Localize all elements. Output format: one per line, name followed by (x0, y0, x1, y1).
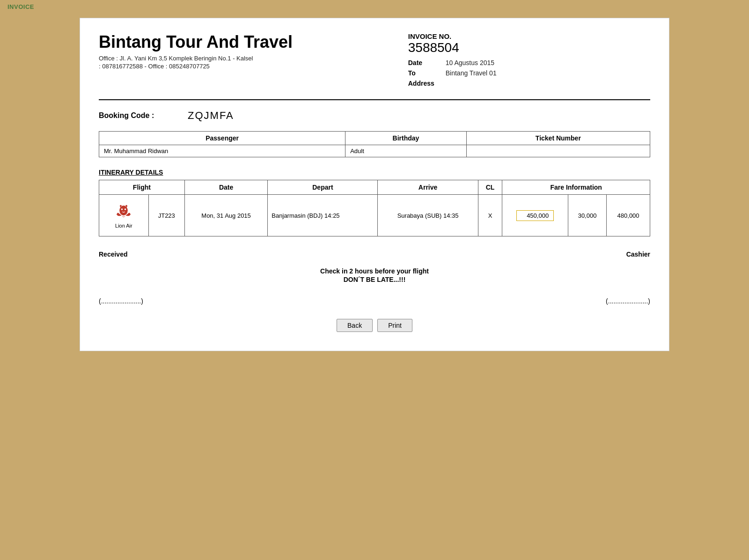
company-name: Bintang Tour And Travel (99, 32, 389, 52)
fare-col-header: Fare Information (502, 180, 650, 195)
signature-left: (......................) (99, 297, 143, 305)
airline-brand: Lion Air (103, 199, 145, 232)
flight-depart: Banjarmasin (BDJ) 14:25 (268, 195, 378, 236)
passenger-ticket (466, 145, 650, 157)
to-row: To Bintang Travel 01 (408, 69, 650, 77)
passenger-table-header-row: Passenger Birthday Ticket Number (99, 132, 650, 145)
flight-cl: X (478, 195, 502, 236)
cashier-label: Cashier (626, 251, 650, 258)
date-label: Date (408, 59, 446, 66)
date-value: 10 Agustus 2015 (446, 59, 494, 66)
address-row: Address (408, 80, 650, 87)
itinerary-title: ITINERARY DETAILS (99, 169, 650, 176)
birthday-col-header: Birthday (345, 132, 467, 145)
booking-code-label: Booking Code : (99, 111, 174, 120)
invoice-no-value: 3588504 (408, 40, 650, 55)
to-value: Bintang Travel 01 (446, 69, 497, 77)
to-label: To (408, 69, 446, 77)
header-section: Bintang Tour And Travel Office : Jl. A. … (99, 32, 650, 90)
airline-logo-cell: Lion Air (99, 195, 149, 236)
notice-line1: Check in 2 hours before your flight (99, 267, 650, 275)
passenger-row: Mr. Muhammad Ridwan Adult (99, 145, 650, 157)
back-button[interactable]: Back (337, 319, 373, 332)
passenger-table: Passenger Birthday Ticket Number Mr. Muh… (99, 131, 650, 157)
fare-2: 30,000 (568, 195, 606, 236)
received-label: Received (99, 251, 127, 258)
signature-labels: Received Cashier (99, 251, 650, 258)
cl-col-header: CL (478, 180, 502, 195)
flight-date: Mon, 31 Aug 2015 (184, 195, 268, 236)
notice-section: Check in 2 hours before your flight DON´… (99, 267, 650, 283)
booking-code-value: ZQJMFA (188, 110, 234, 122)
booking-code-row: Booking Code : ZQJMFA (99, 110, 650, 122)
svg-point-2 (125, 208, 126, 210)
top-bar: INVOICE (0, 0, 749, 13)
print-button[interactable]: Print (377, 319, 412, 332)
company-address-line1: Office : Jl. A. Yani Km 3,5 Komplek Beri… (99, 55, 389, 62)
ticket-col-header: Ticket Number (466, 132, 650, 145)
passenger-birthday: Adult (345, 145, 467, 157)
flight-arrive: Surabaya (SUB) 14:35 (378, 195, 478, 236)
address-label: Address (408, 80, 446, 87)
itinerary-row: Lion Air JT223 Mon, 31 Aug 2015 Banjarma… (99, 195, 650, 236)
fare-highlighted: 450,000 (516, 210, 554, 221)
invoice-page: Bintang Tour And Travel Office : Jl. A. … (80, 18, 669, 351)
itinerary-table: Flight Date Depart Arrive CL Fare Inform… (99, 180, 650, 236)
passenger-name: Mr. Muhammad Ridwan (99, 145, 345, 157)
fare-3: 480,000 (607, 195, 650, 236)
date-col-header: Date (184, 180, 268, 195)
airline-name: Lion Air (115, 223, 132, 228)
svg-point-1 (121, 208, 123, 210)
invoice-topbar-label: INVOICE (7, 3, 34, 10)
arrive-col-header: Arrive (378, 180, 478, 195)
lion-air-icon (113, 202, 134, 223)
fare-1: 450,000 (502, 195, 568, 236)
signature-row: (......................) (..............… (99, 297, 650, 305)
depart-col-header: Depart (268, 180, 378, 195)
signature-right: (......................) (606, 297, 650, 305)
invoice-meta: INVOICE NO. 3588504 Date 10 Agustus 2015… (389, 32, 650, 90)
header-divider (99, 99, 650, 100)
button-row: Back Print (99, 319, 650, 332)
passenger-col-header: Passenger (99, 132, 345, 145)
flight-number: JT223 (148, 195, 184, 236)
itinerary-header-row: Flight Date Depart Arrive CL Fare Inform… (99, 180, 650, 195)
company-info: Bintang Tour And Travel Office : Jl. A. … (99, 32, 389, 71)
company-address-line2: : 087816772588 - Office : 085248707725 (99, 63, 389, 70)
date-row: Date 10 Agustus 2015 (408, 59, 650, 66)
notice-line2: DON´T BE LATE...!!! (99, 276, 650, 283)
invoice-no-label: INVOICE NO. (408, 32, 650, 40)
flight-col-header: Flight (99, 180, 185, 195)
